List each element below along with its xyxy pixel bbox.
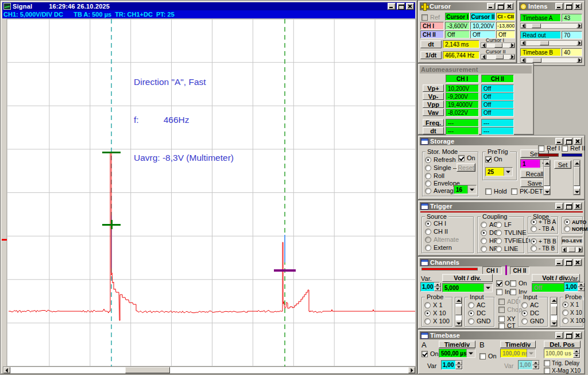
minimize-icon[interactable]: [555, 138, 563, 145]
scroll-up-icon[interactable]: [574, 160, 580, 167]
slider-thumb[interactable]: [494, 43, 502, 48]
spin-up-icon[interactable]: [578, 283, 585, 287]
cursor-titlebar[interactable]: Cursor: [420, 2, 514, 10]
close-icon[interactable]: [574, 3, 582, 10]
mode-average-radio[interactable]: Average: [425, 187, 457, 194]
spin-up-icon[interactable]: [434, 283, 441, 287]
channel-position-marker[interactable]: [2, 239, 7, 241]
var-b-spinner[interactable]: 1,00: [518, 360, 540, 370]
dropdown-arrow-icon[interactable]: [466, 349, 475, 357]
automeasurement-titlebar[interactable]: Automeasurement: [420, 65, 532, 74]
maximize-icon[interactable]: [564, 3, 572, 10]
input2-gnd-radio[interactable]: GND: [521, 318, 544, 324]
slope-plus-tbb-radio[interactable]: + TB B: [531, 238, 556, 245]
spin-down-icon[interactable]: [578, 287, 585, 292]
scroll-up-icon[interactable]: [551, 297, 557, 304]
scroll-down-icon[interactable]: [551, 320, 557, 326]
ref2-vscrollbar[interactable]: [573, 160, 581, 195]
var2-spinner[interactable]: 1,00: [564, 282, 583, 292]
maximize-icon[interactable]: [496, 3, 504, 10]
dropdown-arrow-icon[interactable]: [527, 349, 535, 357]
probe1-x1-radio[interactable]: X 1: [424, 301, 443, 308]
slope-minus-tba-radio[interactable]: - TB A: [531, 226, 555, 232]
close-icon[interactable]: [505, 3, 513, 10]
auto-radio[interactable]: AUTO: [564, 219, 586, 225]
storage-titlebar[interactable]: Storage: [420, 137, 583, 145]
storage-on-checkbox[interactable]: On: [458, 154, 475, 161]
reset-button[interactable]: Reset: [457, 163, 475, 172]
add-checkbox[interactable]: ADD: [498, 298, 520, 305]
hold-checkbox[interactable]: Hold: [485, 188, 507, 195]
dropdown-arrow-icon[interactable]: [467, 185, 476, 194]
timebase-b-on-checkbox[interactable]: On: [479, 353, 497, 359]
coupling-lf-radio[interactable]: LF: [496, 221, 512, 228]
signal-hscrollbar[interactable]: [3, 366, 416, 374]
coupling-tvfield-radio[interactable]: TVFIELD: [496, 237, 530, 244]
scroll-thumb[interactable]: [574, 167, 580, 186]
scroll-thumb[interactable]: [544, 167, 550, 186]
input1-dc-radio[interactable]: DC: [468, 310, 486, 316]
spin-up-icon[interactable]: [573, 349, 580, 354]
spin-up-icon[interactable]: [532, 361, 539, 365]
scroll-left-icon[interactable]: [3, 367, 10, 373]
ch2-on-checkbox[interactable]: On: [510, 280, 527, 287]
timebase-titlebar[interactable]: Timebase: [420, 331, 583, 339]
timebase-a-on-checkbox[interactable]: On: [421, 350, 439, 357]
close-icon[interactable]: [574, 138, 582, 145]
channels-titlebar[interactable]: Channels: [420, 258, 583, 266]
scroll-right-icon[interactable]: [578, 247, 582, 252]
scroll-up-icon[interactable]: [455, 297, 462, 304]
input2-dc-radio[interactable]: DC: [521, 310, 539, 316]
norm-radio[interactable]: NORM: [564, 226, 588, 232]
pretrig-on-checkbox[interactable]: On: [485, 156, 502, 163]
slider-thumb[interactable]: [496, 55, 504, 59]
spin-down-icon[interactable]: [532, 365, 539, 370]
probe1-x100-radio[interactable]: X 100: [424, 318, 450, 324]
input1-gnd-radio[interactable]: GND: [468, 318, 490, 324]
scroll-right-icon[interactable]: [509, 55, 514, 59]
source-extern-radio[interactable]: Extern: [425, 244, 452, 251]
scroll-left-icon[interactable]: [481, 43, 486, 48]
spin-down-icon[interactable]: [573, 354, 580, 358]
slider-thumb[interactable]: [532, 58, 541, 63]
pretrig-dropdown[interactable]: 25: [485, 167, 513, 176]
trg-level-slider[interactable]: [562, 246, 583, 253]
spin-down-icon[interactable]: [455, 365, 462, 370]
trig-delay-checkbox[interactable]: Trig. Delay: [544, 360, 579, 366]
delpos-spinner[interactable]: 100,00 us: [544, 349, 581, 358]
slope-minus-tbb-radio[interactable]: - TB B: [531, 245, 555, 252]
scroll-right-icon[interactable]: [577, 24, 582, 28]
ref2-checkbox[interactable]: Ref II: [562, 145, 585, 152]
var1-spinner[interactable]: 1,00: [420, 282, 440, 292]
scroll-up-icon[interactable]: [544, 160, 550, 167]
voltdiv1-dropdown[interactable]: 5,000: [442, 283, 493, 292]
readout-intens-slider[interactable]: [520, 40, 582, 46]
cursor2-slider[interactable]: [481, 54, 515, 60]
mode-refresh-radio[interactable]: Refresh: [425, 156, 456, 163]
slider-thumb[interactable]: [568, 247, 575, 252]
mode-roll-radio[interactable]: Roll: [425, 172, 444, 179]
input1-ac-radio[interactable]: AC: [468, 301, 485, 308]
scroll-right-icon[interactable]: [408, 367, 415, 373]
scroll-down-icon[interactable]: [544, 188, 550, 195]
source-ch2-radio[interactable]: CH II: [425, 228, 448, 235]
maximize-icon[interactable]: [564, 259, 572, 266]
probe1-x10-radio[interactable]: X 10: [424, 310, 446, 316]
slope-plus-tba-radio[interactable]: + TB A: [531, 219, 556, 225]
var-a-spinner[interactable]: 1,00: [441, 360, 463, 370]
scroll-thumb[interactable]: [551, 306, 557, 315]
average-count-dropdown[interactable]: 16: [454, 185, 477, 194]
scroll-down-icon[interactable]: [574, 188, 580, 195]
ref-set-button[interactable]: Set: [554, 160, 571, 169]
ct-checkbox[interactable]: CT: [498, 322, 516, 329]
scroll-right-icon[interactable]: [577, 41, 582, 45]
minimize-icon[interactable]: [555, 332, 563, 339]
scroll-thumb[interactable]: [455, 306, 462, 315]
ch1-position-scrollbar[interactable]: [455, 297, 462, 327]
intens-titlebar[interactable]: Intens: [519, 2, 583, 10]
scroll-left-icon[interactable]: [521, 41, 526, 45]
scroll-left-icon[interactable]: [562, 247, 567, 252]
dropdown-arrow-icon[interactable]: [483, 284, 492, 292]
minimize-icon[interactable]: [555, 3, 563, 10]
scroll-thumb[interactable]: [125, 367, 170, 373]
